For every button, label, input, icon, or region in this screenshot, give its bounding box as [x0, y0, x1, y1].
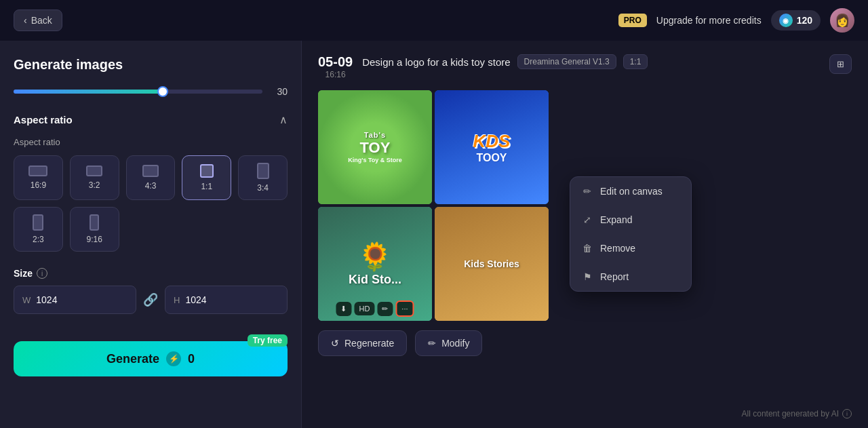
- aspect-btn-9-16[interactable]: 9:16: [70, 207, 119, 252]
- aspect-ratio-title: Aspect ratio: [14, 114, 73, 125]
- image-grid: Tab's TOY King's Toy & Store KDS TOOY: [318, 90, 549, 321]
- modify-label: Modify: [441, 338, 469, 349]
- footer-text: All content generated by AI: [742, 409, 839, 419]
- aspect-btn-16-9[interactable]: 16:9: [14, 155, 63, 200]
- download-button[interactable]: ⬇: [336, 302, 351, 316]
- right-panel: 05-09 16:16 Design a logo for a kids toy…: [302, 41, 868, 428]
- ctx-expand-label: Expand: [600, 214, 632, 225]
- slider-fill: [14, 90, 163, 94]
- edit-canvas-icon: ✏: [581, 185, 593, 197]
- image-cell-3[interactable]: 🌻 Kid Sto... ⬇ HD ✏ ···: [318, 207, 432, 321]
- prompt-text: Design a logo for a kids toy store: [362, 56, 510, 68]
- slider-track[interactable]: [14, 90, 262, 94]
- width-input-wrap[interactable]: W 1024: [14, 286, 136, 314]
- regenerate-label: Regenerate: [344, 338, 394, 349]
- aspect-ratio-chevron-icon[interactable]: ∧: [279, 113, 288, 126]
- aspect-btn-4-3[interactable]: 4:3: [126, 155, 176, 200]
- prompt-info: Design a logo for a kids toy store Dream…: [362, 54, 648, 69]
- generate-label: Generate: [106, 352, 159, 366]
- remove-icon: 🗑: [581, 242, 593, 254]
- aspect-ratio-header: Aspect ratio ∧: [14, 113, 288, 126]
- report-icon: ⚑: [581, 271, 593, 283]
- edit-button[interactable]: ✏: [377, 302, 393, 316]
- width-value[interactable]: 1024: [36, 294, 57, 305]
- size-info-icon[interactable]: i: [37, 268, 47, 279]
- aspect-icon-9-16: [90, 214, 99, 231]
- aspect-label-3-2: 3:2: [89, 180, 100, 190]
- generate-lightning-icon: ⚡: [166, 351, 181, 366]
- slider-thumb[interactable]: [157, 86, 168, 97]
- ctx-remove[interactable]: 🗑 Remove: [570, 234, 691, 262]
- aspect-icon-4-3: [142, 165, 159, 177]
- upgrade-text[interactable]: Upgrade for more credits: [656, 15, 762, 26]
- aspect-label-3-4: 3:4: [257, 183, 269, 193]
- main-layout: Generate images 30 Aspect ratio ∧ Aspect…: [0, 41, 868, 428]
- ctx-edit-canvas-label: Edit on canvas: [600, 186, 663, 197]
- size-label: Size: [14, 268, 33, 279]
- date-text: 05-09: [318, 54, 353, 70]
- more-button[interactable]: ···: [395, 300, 414, 317]
- aspect-icon-3-4: [257, 163, 269, 179]
- aspect-label-4-3: 4:3: [145, 181, 157, 191]
- model-badge: Dreamina General V1.3: [517, 54, 616, 69]
- image-cell-1[interactable]: Tab's TOY King's Toy & Store: [318, 90, 432, 204]
- aspect-label-2-3: 2:3: [33, 235, 44, 244]
- image-cell-4[interactable]: Kids Stories: [435, 207, 549, 321]
- ratio-badge: 1:1: [623, 54, 648, 69]
- aspect-icon-3-2: [86, 166, 102, 176]
- aspect-btn-3-4[interactable]: 3:4: [238, 155, 288, 200]
- avatar[interactable]: 👩: [830, 8, 854, 33]
- aspect-label-1-1: 1:1: [201, 182, 212, 191]
- size-label-row: Size i: [14, 268, 288, 279]
- pro-badge: PRO: [618, 14, 647, 27]
- back-arrow-icon: ‹: [24, 15, 27, 26]
- height-value[interactable]: 1024: [185, 294, 206, 305]
- generate-button[interactable]: Generate ⚡ 0: [14, 341, 288, 376]
- img-1-content: Tab's TOY King's Toy & Store: [318, 90, 432, 204]
- ctx-remove-label: Remove: [600, 243, 635, 254]
- modify-icon: ✏: [428, 338, 436, 349]
- ctx-report-label: Report: [600, 271, 629, 282]
- expand-icon-ctx: ⤢: [581, 214, 593, 226]
- aspect-label-16-9: 16:9: [31, 180, 46, 190]
- img-2-text: KDS: [473, 131, 511, 152]
- height-input-wrap[interactable]: H 1024: [165, 286, 288, 314]
- img-3-text: Kid Sto...: [349, 273, 401, 287]
- aspect-label-9-16: 9:16: [87, 235, 102, 244]
- footer-note: All content generated by AI i: [742, 409, 852, 419]
- sun-emoji: 🌻: [349, 241, 401, 273]
- height-label: H: [174, 295, 180, 305]
- topbar: ‹ Back PRO Upgrade for more credits ◉ 12…: [0, 0, 868, 41]
- img-1-text: TOY: [348, 139, 401, 157]
- expand-panel-button[interactable]: ⊞: [829, 54, 852, 74]
- back-label: Back: [31, 15, 52, 26]
- hd-button[interactable]: HD: [354, 302, 374, 315]
- generate-wrap: Try free Generate ⚡ 0: [14, 341, 288, 376]
- prompt-row: 05-09 16:16 Design a logo for a kids toy…: [318, 54, 852, 79]
- image-cell-2[interactable]: KDS TOOY: [435, 90, 549, 204]
- ctx-expand[interactable]: ⤢ Expand: [570, 206, 691, 234]
- aspect-icon-1-1: [200, 164, 214, 178]
- regenerate-button[interactable]: ↺ Regenerate: [318, 330, 407, 356]
- modify-button[interactable]: ✏ Modify: [415, 330, 482, 356]
- date-block: 05-09 16:16: [318, 54, 353, 79]
- time-text: 16:16: [318, 70, 353, 79]
- credits-icon: ◉: [779, 14, 793, 27]
- aspect-ratio-label: Aspect ratio: [14, 137, 288, 147]
- credits-count: 120: [797, 15, 812, 26]
- img-4-content: Kids Stories: [435, 207, 549, 321]
- aspect-btn-3-2[interactable]: 3:2: [70, 155, 119, 200]
- aspect-btn-2-3[interactable]: 2:3: [14, 207, 63, 252]
- slider-value: 30: [271, 86, 288, 97]
- img-2-content: KDS TOOY: [435, 90, 549, 204]
- generate-credits: 0: [188, 352, 195, 366]
- back-button[interactable]: ‹ Back: [14, 9, 62, 31]
- aspect-btn-1-1[interactable]: 1:1: [182, 155, 231, 200]
- ctx-report[interactable]: ⚑ Report: [570, 262, 691, 291]
- panel-title: Generate images: [14, 57, 288, 73]
- ctx-edit-canvas[interactable]: ✏ Edit on canvas: [570, 177, 691, 206]
- regenerate-icon: ↺: [331, 338, 339, 349]
- credits-pill[interactable]: ◉ 120: [771, 10, 821, 31]
- size-inputs: W 1024 🔗 H 1024: [14, 286, 288, 314]
- link-icon[interactable]: 🔗: [143, 292, 158, 307]
